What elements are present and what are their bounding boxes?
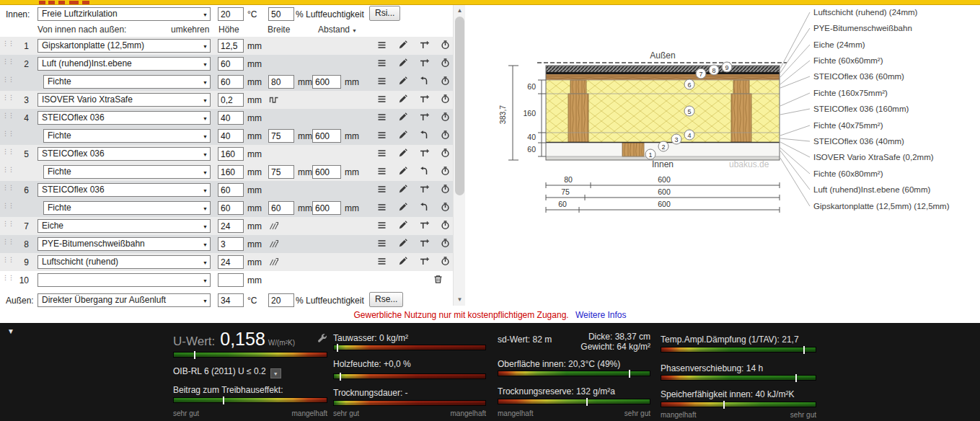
tau-clock-icon[interactable] <box>441 94 452 105</box>
split-layer-icon[interactable] <box>420 185 431 195</box>
material-select[interactable]: ▼ <box>37 273 211 287</box>
stud-material-select[interactable]: Fichte▼ <box>43 201 211 215</box>
edit-layer-icon[interactable] <box>398 130 410 141</box>
layer-menu-icon[interactable] <box>377 76 389 87</box>
extract-layer-icon[interactable] <box>420 130 431 141</box>
thickness-input[interactable] <box>218 57 244 71</box>
layer-menu-icon[interactable] <box>377 257 389 267</box>
extract-layer-icon[interactable] <box>420 167 431 177</box>
scroll-down-icon[interactable]: ▼ <box>454 294 466 306</box>
stud-spacing-input[interactable] <box>312 75 341 89</box>
stud-height-input[interactable] <box>218 201 244 215</box>
edit-layer-icon[interactable] <box>398 203 410 213</box>
scrollbar-thumb[interactable] <box>455 17 464 195</box>
layer-menu-icon[interactable] <box>377 221 389 231</box>
rse-button[interactable]: Rse... <box>369 292 403 307</box>
membrane-icon[interactable] <box>269 95 279 106</box>
layer-menu-icon[interactable] <box>377 185 389 195</box>
stud-height-input[interactable] <box>218 75 244 89</box>
stud-material-select[interactable]: Fichte▼ <box>43 75 211 89</box>
thickness-input[interactable] <box>218 147 244 161</box>
tau-clock-icon[interactable] <box>441 76 452 87</box>
edit-layer-icon[interactable] <box>398 239 410 249</box>
layer-menu-icon[interactable] <box>377 130 389 141</box>
layer-menu-icon[interactable] <box>377 58 389 68</box>
tau-clock-icon[interactable] <box>441 149 452 159</box>
split-layer-icon[interactable] <box>420 40 431 50</box>
drag-handle-icon[interactable]: ⋮⋮ <box>2 76 14 82</box>
thickness-input[interactable] <box>218 93 244 107</box>
split-layer-icon[interactable] <box>420 94 431 105</box>
split-layer-icon[interactable] <box>420 149 431 159</box>
stud-width-input[interactable] <box>268 75 294 89</box>
material-select[interactable]: STEICOflex 036▼ <box>37 111 211 125</box>
layer-menu-icon[interactable] <box>377 94 389 105</box>
edit-layer-icon[interactable] <box>398 58 410 68</box>
tau-clock-icon[interactable] <box>441 40 452 50</box>
thickness-input[interactable] <box>218 111 244 125</box>
layer-menu-icon[interactable] <box>377 112 389 123</box>
innen-temp-input[interactable] <box>218 7 244 21</box>
layer-menu-icon[interactable] <box>377 167 389 177</box>
drag-handle-icon[interactable]: ⋮⋮ <box>2 203 14 208</box>
material-select[interactable]: STEICOflex 036▼ <box>37 183 211 197</box>
drag-handle-icon[interactable]: ⋮⋮ <box>2 167 14 172</box>
thickness-input[interactable] <box>218 273 244 287</box>
split-layer-icon[interactable] <box>420 58 431 68</box>
hatch-pattern-icon[interactable] <box>269 221 279 232</box>
split-layer-icon[interactable] <box>420 112 431 123</box>
layers-scrollbar[interactable]: ▲ ▼ <box>453 5 465 306</box>
material-select[interactable]: PYE-Bitumenschweißbahn▼ <box>37 237 211 251</box>
aussen-humidity-input[interactable] <box>268 293 294 307</box>
edit-layer-icon[interactable] <box>398 76 410 87</box>
thickness-input[interactable] <box>218 39 244 53</box>
edit-layer-icon[interactable] <box>398 112 410 123</box>
stud-height-input[interactable] <box>218 129 244 143</box>
tau-clock-icon[interactable] <box>441 221 452 231</box>
material-select[interactable]: Gipskartonplatte (12,5mm)▼ <box>37 39 211 53</box>
thickness-input[interactable] <box>218 237 244 251</box>
tau-clock-icon[interactable] <box>441 203 452 213</box>
material-select[interactable]: Eiche▼ <box>37 219 211 233</box>
drag-handle-icon[interactable]: ⋮⋮ <box>2 130 14 136</box>
hatch-pattern-icon[interactable] <box>269 239 279 250</box>
edit-layer-icon[interactable] <box>398 40 410 50</box>
tau-clock-icon[interactable] <box>441 185 452 195</box>
stud-height-input[interactable] <box>218 165 244 179</box>
stud-material-select[interactable]: Fichte▼ <box>43 165 211 179</box>
innen-humidity-input[interactable] <box>268 7 294 21</box>
thickness-input[interactable] <box>218 219 244 233</box>
reverse-link[interactable]: umkehren <box>171 25 209 35</box>
thickness-input[interactable] <box>218 183 244 197</box>
material-select[interactable]: Luftschicht (ruhend)▼ <box>37 255 211 269</box>
stud-spacing-input[interactable] <box>312 201 341 215</box>
stud-width-input[interactable] <box>268 201 294 215</box>
layer-menu-icon[interactable] <box>377 239 389 249</box>
stud-spacing-input[interactable] <box>312 129 341 143</box>
stud-material-select[interactable]: Fichte▼ <box>43 129 211 143</box>
thickness-input[interactable] <box>218 255 244 269</box>
innen-surface-select[interactable]: Freie Luftzirkulation ▼ <box>37 7 211 21</box>
settings-wrench-icon[interactable] <box>317 333 327 346</box>
rsi-button[interactable]: Rsi... <box>369 6 400 21</box>
edit-layer-icon[interactable] <box>398 257 410 267</box>
edit-layer-icon[interactable] <box>398 94 410 105</box>
split-layer-icon[interactable] <box>420 221 431 231</box>
hatch-pattern-icon[interactable] <box>269 257 279 268</box>
oib-standard-dropdown[interactable]: ▼ <box>270 368 281 378</box>
material-select[interactable]: ISOVER Vario XtraSafe▼ <box>37 93 211 107</box>
tau-clock-icon[interactable] <box>441 167 452 177</box>
tau-clock-icon[interactable] <box>441 112 452 123</box>
edit-layer-icon[interactable] <box>398 149 410 159</box>
edit-layer-icon[interactable] <box>398 221 410 231</box>
material-select[interactable]: STEICOflex 036▼ <box>37 147 211 161</box>
stud-spacing-input[interactable] <box>312 165 341 179</box>
edit-layer-icon[interactable] <box>398 167 410 177</box>
layer-menu-icon[interactable] <box>377 203 389 213</box>
tau-clock-icon[interactable] <box>441 130 452 141</box>
edit-layer-icon[interactable] <box>398 185 410 195</box>
scroll-up-icon[interactable]: ▲ <box>454 5 466 17</box>
weitere-infos-link[interactable]: Weitere Infos <box>575 310 626 320</box>
tau-clock-icon[interactable] <box>441 58 452 68</box>
layer-menu-icon[interactable] <box>377 40 389 50</box>
